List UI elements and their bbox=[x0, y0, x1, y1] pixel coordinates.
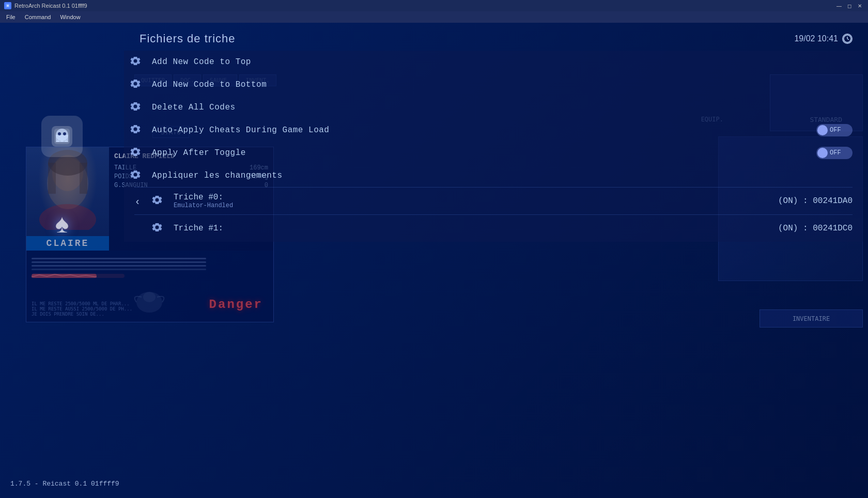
content-area: Fichiers de triche 19/02 10:41 bbox=[124, 23, 868, 498]
svg-rect-1 bbox=[7, 5, 9, 7]
triche-0-controls: ‹ bbox=[129, 193, 165, 209]
delete-all-label: Delete All Codes bbox=[152, 103, 853, 112]
minimize-button[interactable]: — bbox=[835, 2, 843, 9]
datetime-display: 19/02 10:41 bbox=[794, 34, 853, 44]
title-bar-title: RetroArch Reicast 0.1 01ffff9 bbox=[14, 3, 87, 9]
gear-icon-apply-changes bbox=[129, 168, 144, 183]
triche-0-label: Triche #0: bbox=[174, 193, 770, 202]
gear-icon-add-top bbox=[129, 55, 144, 69]
title-bar: RetroArch Reicast 0.1 01ffff9 — ◻ ✕ bbox=[0, 0, 868, 11]
triche-1-label: Triche #1: bbox=[174, 224, 770, 233]
triche-0-sublabel: Emulator-Handled bbox=[174, 202, 770, 209]
triche-0-code: (ON) : 00241DA0 bbox=[778, 196, 853, 206]
svg-point-15 bbox=[58, 132, 61, 135]
apply-toggle-toggle-label: OFF bbox=[830, 149, 841, 157]
triche-row-1[interactable]: Triche #1: (ON) : 00241DC0 bbox=[124, 215, 863, 242]
triche-1-code: (ON) : 00241DC0 bbox=[778, 224, 853, 233]
add-top-label: Add New Code to Top bbox=[152, 57, 853, 67]
menu-row-apply-toggle[interactable]: Apply After Toggle OFF bbox=[124, 142, 863, 164]
spade-icon: ♠ bbox=[55, 209, 69, 239]
content-header: Fichiers de triche 19/02 10:41 bbox=[124, 23, 868, 51]
main-area: QUITTER DOC. SAUVE. INVENT. STATU EQUIP.… bbox=[0, 23, 868, 498]
version-label: 1.7.5 - Reicast 0.1 01ffff9 bbox=[10, 480, 119, 488]
menu-file[interactable]: File bbox=[2, 13, 20, 21]
restore-button[interactable]: ◻ bbox=[845, 2, 854, 9]
svg-marker-14 bbox=[56, 140, 68, 142]
clock-icon bbox=[842, 34, 853, 44]
menu-row-auto-apply[interactable]: Auto-Apply Cheats During Game Load OFF bbox=[124, 119, 863, 142]
title-bar-controls: — ◻ ✕ bbox=[835, 2, 864, 9]
menu-window[interactable]: Window bbox=[56, 13, 84, 21]
retroarch-logo bbox=[41, 116, 83, 157]
svg-point-16 bbox=[63, 132, 66, 135]
apply-changes-label: Appliquer les changements bbox=[152, 171, 853, 180]
app-icon bbox=[4, 2, 11, 9]
auto-apply-label: Auto-Apply Cheats During Game Load bbox=[152, 126, 808, 135]
toggle-knob-auto-apply bbox=[817, 125, 828, 135]
gear-icon-apply-toggle bbox=[129, 146, 144, 160]
svg-line-19 bbox=[847, 39, 849, 40]
gear-icon-triche-0 bbox=[151, 194, 165, 208]
gear-icon-triche-1 bbox=[151, 221, 165, 236]
triche-0-info: Triche #0: Emulator-Handled bbox=[174, 193, 770, 209]
apply-toggle-label: Apply After Toggle bbox=[152, 148, 808, 158]
triche-row-0[interactable]: ‹ Triche #0: Emulator-Handled (ON) : 002… bbox=[124, 188, 863, 214]
triche-0-back-button[interactable]: ‹ bbox=[129, 193, 146, 209]
title-bar-left: RetroArch Reicast 0.1 01ffff9 bbox=[4, 2, 87, 9]
menu-row-delete-all[interactable]: Delete All Codes bbox=[124, 96, 863, 119]
gear-icon-auto-apply bbox=[129, 123, 144, 137]
datetime-text: 19/02 10:41 bbox=[794, 34, 838, 43]
triche-1-controls bbox=[129, 221, 165, 236]
menu-command[interactable]: Command bbox=[21, 13, 55, 21]
add-bottom-label: Add New Code to Bottom bbox=[152, 80, 853, 89]
menu-bar: File Command Window bbox=[0, 11, 868, 23]
gear-icon-delete-all bbox=[129, 100, 144, 115]
auto-apply-toggle-label: OFF bbox=[830, 127, 841, 134]
auto-apply-toggle[interactable]: OFF bbox=[816, 124, 853, 136]
gear-icon-add-bottom bbox=[129, 77, 144, 92]
apply-after-toggle[interactable]: OFF bbox=[816, 147, 853, 159]
menu-row-add-bottom[interactable]: Add New Code to Bottom bbox=[124, 73, 863, 96]
page-title: Fichiers de triche bbox=[140, 32, 236, 45]
sidebar: ♠ 1.7.5 - Reicast 0.1 01ffff9 bbox=[0, 23, 124, 498]
triche-1-info: Triche #1: bbox=[174, 224, 770, 233]
close-button[interactable]: ✕ bbox=[856, 2, 864, 9]
toggle-knob-apply bbox=[817, 148, 828, 158]
menu-row-apply-changes[interactable]: Appliquer les changements bbox=[124, 164, 863, 187]
menu-list: Add New Code to Top Add New Code to Bott… bbox=[124, 51, 863, 242]
menu-row-add-top[interactable]: Add New Code to Top bbox=[124, 51, 863, 73]
